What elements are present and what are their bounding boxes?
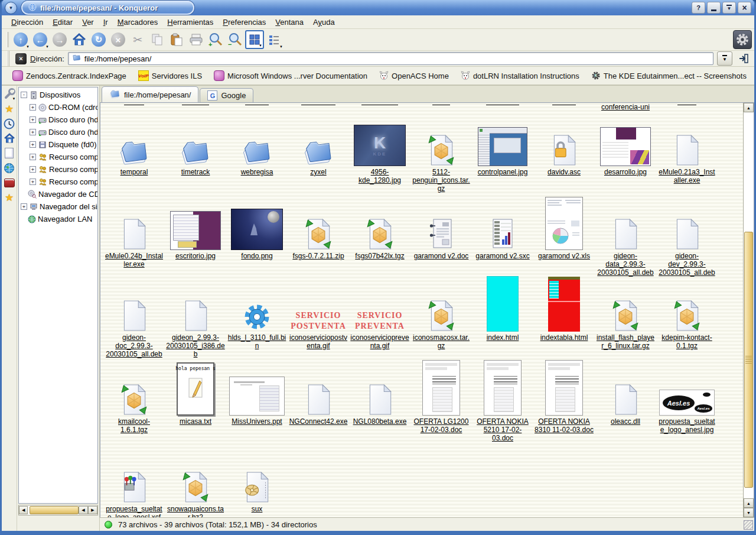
vscroll-up-arrow[interactable]: ▲ bbox=[744, 103, 754, 112]
file-label[interactable]: webregisa bbox=[227, 168, 286, 176]
tree-item-recurso-compa[interactable]: +Recurso compa bbox=[19, 163, 97, 176]
tree-item-navegador-de-cd[interactable]: Navegador de CD bbox=[19, 188, 97, 200]
vscroll-track[interactable] bbox=[744, 112, 754, 498]
file-label[interactable]: install_flash_player_6_linux.tar.gz bbox=[596, 333, 655, 350]
zoom-out-button[interactable]: − bbox=[226, 30, 245, 49]
file-item-iconoserviciopostventa-gif[interactable]: SERVICIOPOSTVENTAiconoserviciopostventa.… bbox=[288, 282, 349, 366]
file-label[interactable]: propuesta_sueltate_logo_anesl.xcf bbox=[105, 505, 164, 517]
file-item-install-flash-player-6-linux-tar-gz[interactable]: install_flash_player_6_linux.tar.gz bbox=[595, 282, 656, 366]
menu-editar[interactable]: Editar bbox=[48, 17, 77, 28]
tree-item-dispositivos[interactable]: -Dispositivos bbox=[19, 89, 97, 101]
file-item-escritorio-jpg[interactable]: escritorio.jpg bbox=[165, 200, 226, 282]
window-menu-button[interactable]: ▼ bbox=[5, 2, 17, 14]
hscroll-right-arrow[interactable]: ▶ bbox=[88, 506, 97, 514]
menu-herramientas[interactable]: Herramientas bbox=[162, 17, 218, 28]
file-label[interactable]: garamond v2.doc bbox=[412, 252, 471, 260]
file-label[interactable]: NGL080beta.exe bbox=[350, 417, 409, 426]
vscroll-down-arrow[interactable]: ▼ bbox=[744, 508, 754, 517]
help-button[interactable]: ? bbox=[692, 2, 705, 14]
file-item-sux[interactable]: sux bbox=[226, 453, 288, 517]
file-label[interactable]: gideon-doc_2.99.3-20030105_all.deb bbox=[105, 333, 164, 358]
vscroll-up-arrow-2[interactable]: ▲ bbox=[744, 498, 754, 508]
file-item-controlpanel-jpg[interactable]: controlpanel.jpg bbox=[472, 116, 533, 200]
file-label[interactable]: snowaquaicons.tar.bz2 bbox=[166, 505, 225, 517]
menu-marcadores[interactable]: Marcadores bbox=[113, 17, 163, 28]
file-item-webregisa[interactable]: webregisa bbox=[226, 116, 288, 200]
file-label[interactable]: propuesta_sueltate_logo_anesl.jpg bbox=[657, 417, 716, 434]
tree-item-navegador-lan[interactable]: Navegador LAN bbox=[19, 213, 97, 225]
tab-google[interactable]: GGoogle bbox=[200, 88, 253, 102]
bookmark-openacs-home[interactable]: OpenACS Home bbox=[373, 71, 455, 80]
file-label[interactable]: 5112-penguin_icons.tar.gz bbox=[412, 168, 471, 193]
tree-item-recurso-compa[interactable]: +Recurso compa bbox=[19, 151, 97, 163]
zoom-in-button[interactable]: + bbox=[206, 30, 225, 49]
file-label[interactable]: garamond v2.xls bbox=[535, 252, 594, 260]
vscroll-thumb[interactable] bbox=[744, 232, 753, 488]
file-item-ngconnect42-exe[interactable]: NGConnect42.exe bbox=[288, 366, 349, 453]
file-label[interactable]: zyxel bbox=[289, 168, 348, 176]
bookmark-servidores-ils[interactable]: VoIPServidores ILS bbox=[132, 70, 208, 81]
sidebar-tab-directory-icon[interactable] bbox=[3, 147, 16, 160]
sidebar-tab-bookmarks-icon[interactable]: ★ bbox=[3, 102, 16, 115]
tree-item-cd-rom-cdro[interactable]: +CD-ROM (cdro bbox=[19, 101, 97, 114]
file-item-oferta-nokia-8310-11-02-03-doc[interactable]: OFERTA NOKIA 8310 11-02-03.doc bbox=[533, 366, 595, 453]
hscroll-left-arrow[interactable]: ◀ bbox=[19, 506, 28, 514]
file-item-gideon-doc-2-99-3-20030105-all-deb[interactable]: gideon-doc_2.99.3-20030105_all.deb bbox=[103, 282, 165, 366]
file-icon-view[interactable]: conferencia-unitemporaltimetrackwebregis… bbox=[100, 102, 754, 517]
file-label[interactable]: gideon_2.99.3-20030105_i386.deb bbox=[166, 333, 225, 358]
bookmark-dotlrn-installation-instructions[interactable]: dotLRN Installation Instructions bbox=[455, 71, 585, 80]
cut-button[interactable]: ✂ bbox=[128, 30, 147, 49]
toolbar-grip[interactable] bbox=[6, 32, 9, 47]
file-label[interactable]: garamond v2.sxc bbox=[473, 252, 532, 260]
file-label[interactable]: iconoserviciopostventa.gif bbox=[289, 333, 348, 350]
sidebar-tab-config-icon[interactable]: ▼ bbox=[3, 87, 16, 100]
tree-item-disquete-fd0[interactable]: +Disquete (fd0) ( bbox=[19, 138, 97, 151]
tree-expander-icon[interactable]: + bbox=[30, 141, 36, 148]
menu-preferencias[interactable]: Preferencias bbox=[218, 17, 271, 28]
resize-grip-icon[interactable] bbox=[744, 520, 753, 530]
bookmark-zendocs-zentrack-indexpage[interactable]: Zendocs.Zentrack.IndexPage bbox=[6, 70, 132, 81]
bookmark-microsoft-windows-rver-documentation[interactable]: Microsoft Windows ...rver Documentation bbox=[208, 70, 373, 81]
forward-button[interactable]: → bbox=[50, 30, 69, 49]
file-item-timetrack[interactable]: timetrack bbox=[165, 116, 226, 200]
file-item-micasa-txt[interactable]: hola pepesan smicasa.txt bbox=[165, 366, 226, 453]
sidebar-tab-history-icon[interactable] bbox=[3, 117, 16, 130]
sidebar-tab-network-icon[interactable] bbox=[3, 161, 16, 174]
sidebar-tab-home-icon[interactable] bbox=[3, 132, 16, 145]
file-item-garamond-v2-sxc[interactable]: garamond v2.sxc bbox=[472, 200, 533, 282]
tree-expander-icon[interactable]: + bbox=[21, 203, 27, 210]
kde-gear-logo-icon[interactable] bbox=[733, 30, 752, 49]
paste-button[interactable] bbox=[167, 30, 186, 49]
file-item-emule0-21a3-installer-exe[interactable]: eMule0.21a3_Installer.exe bbox=[656, 116, 718, 200]
go-button[interactable] bbox=[736, 51, 751, 66]
file-item-oleacc-dll[interactable]: oleacc.dll bbox=[595, 366, 656, 453]
file-item-index-html[interactable]: index.html bbox=[472, 282, 533, 366]
file-item-fondo-png[interactable]: fondo.png bbox=[226, 200, 288, 282]
file-label[interactable]: 4956-kde_1280.jpg bbox=[350, 168, 409, 184]
file-label[interactable]: davidv.asc bbox=[535, 168, 594, 176]
tree-item-recurso-compa[interactable]: +Recurso compa bbox=[19, 176, 97, 188]
tree-item-disco-duro-hda[interactable]: +Disco duro (hda bbox=[19, 126, 97, 138]
file-item-davidv-asc[interactable]: davidv.asc bbox=[533, 116, 595, 200]
file-item-hlds-l-3110-full-bin[interactable]: hlds_l_3110_full.bin bbox=[226, 282, 288, 366]
file-label[interactable]: OFERTA NOKIA 8310 11-02-03.doc bbox=[535, 417, 594, 434]
file-item-gideon-dev-2-99-3-20030105-all-deb[interactable]: gideon-dev_2.99.3-20030105_all.deb bbox=[656, 200, 718, 282]
tree-item-disco-duro-hda[interactable]: +Disco duro (hda bbox=[19, 114, 97, 126]
file-item-desarrollo-jpg[interactable]: desarrollo.jpg bbox=[595, 116, 656, 200]
menu-ver[interactable]: Ver bbox=[77, 17, 99, 28]
file-label[interactable]: controlpanel.jpg bbox=[473, 168, 532, 176]
icon-view-button[interactable]: ▼ bbox=[245, 30, 264, 49]
file-label[interactable]: temporal bbox=[105, 168, 164, 176]
file-item-fsgs-0-7-2-11-zip[interactable]: fsgs-0.7.2.11.zip bbox=[288, 200, 349, 282]
file-item-garamond-v2-doc[interactable]: garamond v2.doc bbox=[410, 200, 472, 282]
stop-button[interactable]: × bbox=[109, 30, 128, 49]
copy-button[interactable] bbox=[148, 30, 167, 49]
tree-item-navegador-del-sis[interactable]: +Navegador del sis bbox=[19, 200, 97, 213]
bookmark-the-kde-edutainmen-ect-screenshots[interactable]: KThe KDE Edutainmen...ect -- Screenshots bbox=[585, 71, 752, 80]
file-item-garamond-v2-xls[interactable]: garamond v2.xls bbox=[533, 200, 595, 282]
location-dropdown-button[interactable]: ▼ bbox=[717, 51, 732, 66]
tree-expander-icon[interactable]: + bbox=[30, 179, 36, 185]
file-label[interactable]: escritorio.jpg bbox=[166, 252, 225, 260]
tree-expander-icon[interactable]: - bbox=[21, 92, 27, 98]
reload-button[interactable]: ↻ bbox=[89, 30, 108, 49]
